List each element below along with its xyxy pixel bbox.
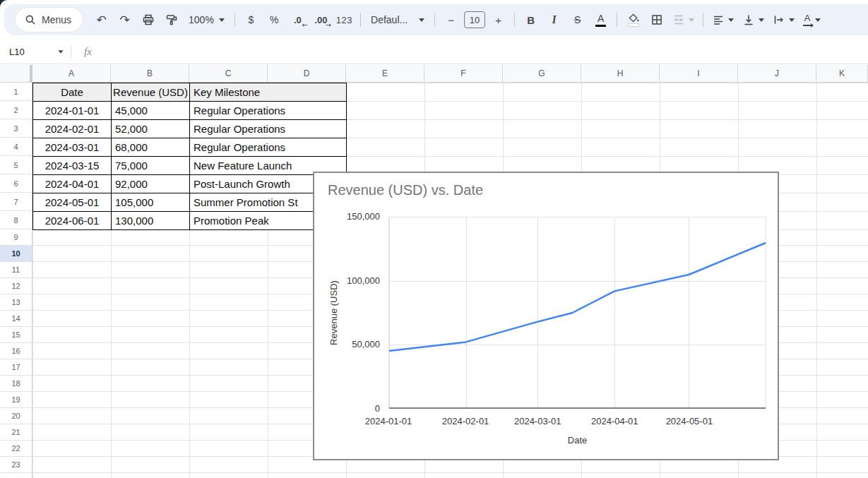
chevron-down-icon [689, 18, 694, 22]
cell-revenue[interactable]: 105,000 [112, 193, 190, 212]
select-all-corner[interactable] [0, 65, 32, 83]
toolbar-divider [360, 13, 361, 27]
row-header-14[interactable]: 14 [0, 311, 32, 327]
row-header-4[interactable]: 4 [0, 138, 32, 156]
chart-card[interactable]: Revenue (USD) vs. Date Revenue (USD) 050… [313, 172, 779, 460]
row-header-3[interactable]: 3 [0, 119, 32, 138]
row-header-22[interactable]: 22 [0, 441, 32, 457]
undo-button[interactable]: ↶ [90, 8, 113, 32]
column-header-A[interactable]: A [32, 65, 111, 83]
row-header-5[interactable]: 5 [0, 156, 32, 174]
italic-button[interactable]: I [542, 8, 566, 32]
row-header-11[interactable]: 11 [0, 262, 32, 278]
horizontal-align-control[interactable] [708, 8, 738, 32]
print-button[interactable] [136, 8, 160, 32]
bold-button[interactable]: B [519, 8, 542, 32]
row-header-17[interactable]: 17 [0, 359, 32, 376]
column-headers: ABCDEFGHIJK [32, 65, 868, 83]
y-tick-label: 50,000 [352, 339, 380, 350]
column-header-H[interactable]: H [581, 65, 660, 83]
row-header-23[interactable]: 23 [0, 457, 32, 473]
y-tick-label: 0 [375, 403, 380, 414]
header-cell-date[interactable]: Date [33, 83, 112, 102]
row-header-21[interactable]: 21 [0, 424, 32, 441]
text-color-button[interactable]: A [589, 8, 612, 32]
chevron-down-icon [815, 18, 821, 22]
cell-milestone[interactable]: Regular Operations [190, 138, 347, 157]
column-header-G[interactable]: G [503, 65, 581, 83]
zoom-control[interactable]: 100% [183, 8, 230, 32]
decrease-decimals-button[interactable]: .0 ← [286, 8, 309, 32]
format-percent-button[interactable]: % [263, 8, 286, 32]
font-size-input[interactable]: 10 [464, 11, 485, 28]
redo-button[interactable]: ↷ [113, 8, 136, 32]
header-cell-milestone[interactable]: Key Milestone [190, 83, 347, 102]
strikethrough-button[interactable]: S [566, 8, 589, 32]
cell-milestone[interactable]: Regular Operations [190, 102, 347, 120]
row-header-24[interactable]: 24 [0, 473, 32, 478]
chart-plot-area [388, 217, 766, 409]
column-header-E[interactable]: E [346, 65, 424, 83]
row-header-13[interactable]: 13 [0, 294, 32, 311]
more-formats-button[interactable]: 123 [333, 8, 356, 32]
cell-date[interactable]: 2024-04-01 [33, 175, 112, 193]
cell-date[interactable]: 2024-03-15 [33, 157, 112, 175]
decrease-font-size-button[interactable]: − [439, 8, 463, 32]
arrow-left-icon: ← [302, 21, 307, 29]
borders-icon [650, 13, 663, 26]
increase-font-size-button[interactable]: + [487, 8, 510, 32]
row-header-2[interactable]: 2 [0, 101, 32, 119]
row-header-19[interactable]: 19 [0, 392, 32, 408]
column-header-J[interactable]: J [738, 65, 816, 83]
cell-revenue[interactable]: 68,000 [112, 138, 190, 157]
row-header-7[interactable]: 7 [0, 193, 32, 211]
cell-date[interactable]: 2024-05-01 [33, 193, 112, 212]
cell-revenue[interactable]: 75,000 [112, 157, 190, 175]
column-header-B[interactable]: B [111, 65, 189, 83]
cell-date[interactable]: 2024-01-01 [33, 102, 112, 120]
fill-color-button[interactable] [622, 8, 645, 32]
chevron-down-icon [419, 18, 424, 22]
row-header-20[interactable]: 20 [0, 408, 32, 424]
row-header-8[interactable]: 8 [0, 211, 32, 229]
column-header-D[interactable]: D [268, 65, 346, 83]
text-rotation-control[interactable]: A [799, 8, 825, 32]
column-header-K[interactable]: K [816, 65, 868, 83]
row-header-12[interactable]: 12 [0, 278, 32, 294]
cell-date[interactable]: 2024-06-01 [33, 212, 112, 230]
vertical-align-control[interactable] [738, 8, 768, 32]
cell-revenue[interactable]: 52,000 [112, 120, 190, 138]
name-box[interactable]: L10 [0, 47, 71, 57]
menus-search-button[interactable]: Menus [16, 8, 83, 32]
cell-revenue[interactable]: 92,000 [112, 175, 190, 193]
row-header-16[interactable]: 16 [0, 343, 32, 359]
cell-milestone[interactable]: Regular Operations [190, 120, 347, 138]
row-headers: 123456789101112131415161718192021222324 [0, 83, 32, 478]
row-header-15[interactable]: 15 [0, 327, 32, 343]
data-table: DateRevenue (USD)Key Milestone2024-01-01… [32, 83, 347, 230]
column-header-F[interactable]: F [424, 65, 503, 83]
toolbar: Menus ↶ ↷ 100% $ % .0 ← .00 → 123 [4, 4, 868, 35]
cell-date[interactable]: 2024-02-01 [33, 120, 112, 138]
row-header-18[interactable]: 18 [0, 376, 32, 392]
paint-format-button[interactable] [160, 8, 183, 32]
table-header-row: DateRevenue (USD)Key Milestone [33, 83, 347, 102]
paint-format-icon [165, 13, 178, 26]
font-family-select[interactable]: Defaul... [365, 8, 430, 32]
row-header-9[interactable]: 9 [0, 229, 32, 246]
text-wrapping-control[interactable] [768, 8, 799, 32]
cell-revenue[interactable]: 45,000 [112, 102, 190, 120]
borders-button[interactable] [645, 8, 668, 32]
align-left-icon [712, 13, 725, 26]
column-header-C[interactable]: C [189, 65, 268, 83]
column-header-I[interactable]: I [660, 65, 738, 83]
row-header-10[interactable]: 10 [0, 246, 32, 262]
increase-decimals-button[interactable]: .00 → [309, 8, 333, 32]
cell-date[interactable]: 2024-03-01 [33, 138, 112, 157]
row-header-6[interactable]: 6 [0, 174, 32, 193]
header-cell-revenue[interactable]: Revenue (USD) [112, 83, 190, 102]
row-header-1[interactable]: 1 [0, 83, 32, 101]
merge-cells-control[interactable] [668, 8, 698, 32]
cell-revenue[interactable]: 130,000 [112, 212, 190, 230]
format-currency-button[interactable]: $ [239, 8, 263, 32]
